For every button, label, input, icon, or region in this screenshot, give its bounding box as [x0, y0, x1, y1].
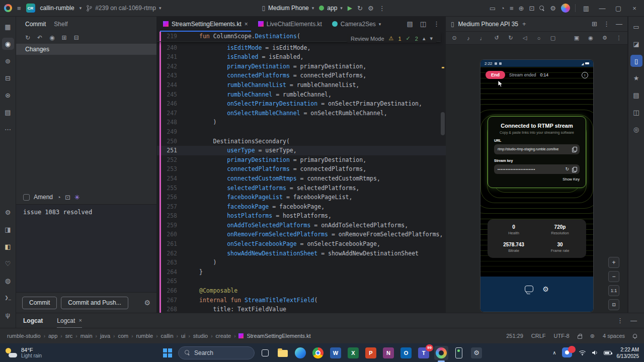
services-icon[interactable]: ♡: [2, 257, 14, 269]
layout-windows-icon[interactable]: ▥: [581, 5, 592, 12]
info-icon[interactable]: i: [582, 72, 588, 78]
version-control-icon[interactable]: ⊛: [2, 89, 14, 101]
line-number[interactable]: 263: [161, 258, 181, 267]
copy-key-icon[interactable]: [572, 167, 576, 171]
code-line[interactable]: 266@Composable: [157, 286, 446, 296]
problems-icon[interactable]: ◍: [2, 275, 14, 287]
line-number[interactable]: 261: [161, 239, 181, 249]
line-number[interactable]: 244: [161, 80, 181, 90]
line-number[interactable]: 257: [161, 202, 181, 212]
rotate-right-icon[interactable]: ↻: [506, 34, 515, 43]
line-number[interactable]: 255: [161, 184, 181, 193]
logcat-window-title[interactable]: Logcat: [23, 317, 43, 324]
taskbar-settings[interactable]: ⚙: [469, 346, 484, 360]
code-line[interactable]: 254connectedCustomRtmps = connectedCusto…: [157, 174, 446, 184]
indent-setting[interactable]: 4 spaces: [603, 333, 625, 339]
back-icon[interactable]: ◁: [520, 34, 529, 43]
device-mirror-icon[interactable]: ▭: [490, 5, 496, 12]
notifications-icon[interactable]: ▭: [630, 21, 642, 33]
rotate-left-icon[interactable]: ↺: [492, 34, 501, 43]
tool-windows-icon[interactable]: ≡: [510, 5, 514, 12]
sync-gradle-icon[interactable]: ↻: [357, 5, 363, 12]
collapse-all-icon[interactable]: ⊟: [74, 35, 79, 41]
commit-icon[interactable]: ◉: [2, 38, 14, 50]
line-number[interactable]: 260: [161, 230, 181, 239]
line-number[interactable]: 253: [161, 164, 181, 174]
run-config-selector[interactable]: app ▾: [319, 5, 343, 12]
vcs-branch-widget[interactable]: #239 on cal-1069-rtmp ▾: [87, 5, 161, 12]
line-number[interactable]: 247: [161, 109, 181, 118]
zoom-in-button[interactable]: +: [608, 257, 619, 268]
prev-problem-icon[interactable]: ▴: [423, 35, 426, 42]
readonly-lock-icon[interactable]: [578, 335, 582, 339]
taskbar-teams-chat[interactable]: T99: [417, 346, 431, 360]
project-icon[interactable]: ▦: [2, 21, 14, 33]
line-number[interactable]: 267: [161, 296, 181, 305]
profiler-icon[interactable]: ◔: [501, 5, 505, 12]
copy-url-icon[interactable]: [572, 147, 576, 151]
profiler-icon[interactable]: ◪: [630, 38, 642, 50]
code-line[interactable]: 261onSelectFacebookPage = onSelectFacebo…: [157, 239, 446, 249]
line-number[interactable]: 251: [161, 146, 181, 155]
home-icon[interactable]: ○: [534, 34, 543, 43]
app-quality-insights-icon[interactable]: ◎: [630, 123, 642, 135]
battery-icon[interactable]: [604, 351, 611, 355]
zoom-out-button[interactable]: −: [608, 271, 619, 282]
logcat-more-icon[interactable]: ⋮: [617, 317, 623, 324]
line-number[interactable]: 249: [161, 127, 181, 137]
editor-scrollbar[interactable]: [441, 112, 445, 135]
line-number[interactable]: 258: [161, 211, 181, 221]
volume-up-icon[interactable]: ♪: [464, 34, 473, 43]
taskbar-file-explorer[interactable]: [276, 346, 290, 360]
changes-tree[interactable]: [16, 55, 156, 190]
code-line[interactable]: 256facebookPageList = facebookPageList,: [157, 193, 446, 202]
settings-sync-icon[interactable]: ⚙: [2, 206, 14, 218]
breadcrumb-item[interactable]: create: [216, 333, 231, 339]
line-number[interactable]: 262: [161, 249, 181, 258]
amend-checkbox[interactable]: [23, 194, 30, 201]
show-key-link[interactable]: Show Key: [494, 177, 580, 182]
taskbar-search[interactable]: Search: [178, 346, 255, 359]
line-separator[interactable]: CRLF: [531, 333, 546, 339]
breadcrumb-item[interactable]: src: [65, 333, 73, 339]
code-line[interactable]: 245rumbleChannel = rumbleChannel,: [157, 90, 446, 100]
line-number[interactable]: 248: [161, 118, 181, 127]
code-line[interactable]: 248): [157, 118, 446, 127]
code-line[interactable]: 255selectedPlatforms = selectedPlatforms…: [157, 184, 446, 193]
caret-position[interactable]: 251:29: [506, 333, 523, 339]
commit-checks-icon[interactable]: ⊡: [65, 194, 70, 201]
notifications-icon[interactable]: ◨: [2, 223, 14, 235]
breadcrumb-item[interactable]: main: [80, 333, 93, 339]
inspections-widget[interactable]: Review Mode ⚠ 1 ✓ 2 ▴ ▾: [347, 34, 437, 43]
maximize-button[interactable]: ▢: [613, 5, 624, 12]
stream-settings-gear-icon[interactable]: ⚙: [542, 286, 549, 293]
line-number[interactable]: 264: [161, 267, 181, 277]
screenshot-icon[interactable]: ▣: [572, 34, 581, 43]
breadcrumb-item[interactable]: app: [48, 333, 57, 339]
line-number[interactable]: 266: [161, 286, 181, 296]
line-number[interactable]: 268: [161, 305, 181, 313]
weather-widget[interactable]: 84°F Light rain: [5, 347, 42, 358]
taskbar-outlook[interactable]: O: [399, 346, 413, 360]
search-everywhere-icon[interactable]: [539, 6, 545, 11]
avatar[interactable]: [561, 4, 570, 13]
taskbar-start-button[interactable]: [160, 346, 175, 360]
close-button[interactable]: ×: [629, 5, 640, 12]
zoom-reset-button[interactable]: 1:1: [608, 285, 619, 296]
main-menu-icon[interactable]: ≡: [17, 5, 21, 12]
line-number[interactable]: 242: [161, 62, 181, 71]
hidden-tabs-chevron-icon[interactable]: ▾: [379, 22, 381, 27]
code-line[interactable]: 240isEditMode = isEditMode,: [157, 43, 446, 53]
device-tab-label[interactable]: Medium Phone API 35: [458, 21, 518, 28]
commit-and-push-button[interactable]: Commit and Push...: [61, 297, 128, 309]
line-number[interactable]: 246: [161, 99, 181, 109]
code-line[interactable]: 265: [157, 277, 446, 286]
breadcrumb-item[interactable]: java: [100, 333, 110, 339]
structure-icon[interactable]: ⊟: [2, 72, 14, 84]
code-line[interactable]: 242primaryDestination = primaryDestinati…: [157, 62, 446, 71]
layout-inspector-icon[interactable]: ⊡: [529, 5, 534, 12]
code-line[interactable]: 264}: [157, 267, 446, 277]
database-icon[interactable]: ▤: [2, 106, 14, 118]
line-number[interactable]: 254: [161, 174, 181, 184]
code-line[interactable]: 241isEnabled = isEnabled,: [157, 52, 446, 62]
